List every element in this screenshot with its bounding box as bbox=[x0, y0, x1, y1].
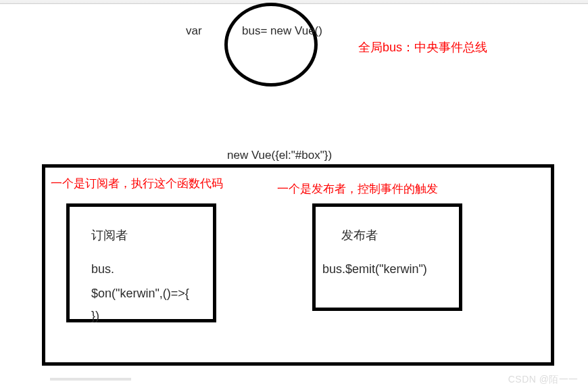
new-vue-el-code: new Vue({el:"#box"}) bbox=[227, 149, 332, 162]
global-bus-annotation: 全局bus：中央事件总线 bbox=[358, 39, 487, 55]
subscriber-title: 订阅者 bbox=[91, 227, 128, 243]
publisher-title: 发布者 bbox=[341, 227, 378, 243]
window-top-edge bbox=[0, 0, 588, 4]
subscriber-annotation: 一个是订阅者，执行这个函数代码 bbox=[51, 176, 223, 191]
publisher-annotation: 一个是发布者，控制事件的触发 bbox=[277, 181, 438, 197]
publisher-code: bus.$emit("kerwin") bbox=[322, 262, 427, 276]
shadow-decoration bbox=[50, 378, 131, 381]
bus-circle bbox=[224, 3, 318, 87]
subscriber-code-line3: }) bbox=[91, 309, 99, 323]
subscriber-box bbox=[66, 203, 216, 322]
publisher-box bbox=[312, 203, 462, 311]
var-keyword-text: var bbox=[186, 24, 202, 38]
bus-new-vue-code: bus= new Vue() bbox=[242, 24, 322, 38]
csdn-watermark: CSDN @陌一一 bbox=[508, 374, 579, 386]
subscriber-code-line2: $on("kerwin",()=>{ bbox=[91, 287, 189, 301]
subscriber-code-line1: bus. bbox=[91, 262, 114, 276]
